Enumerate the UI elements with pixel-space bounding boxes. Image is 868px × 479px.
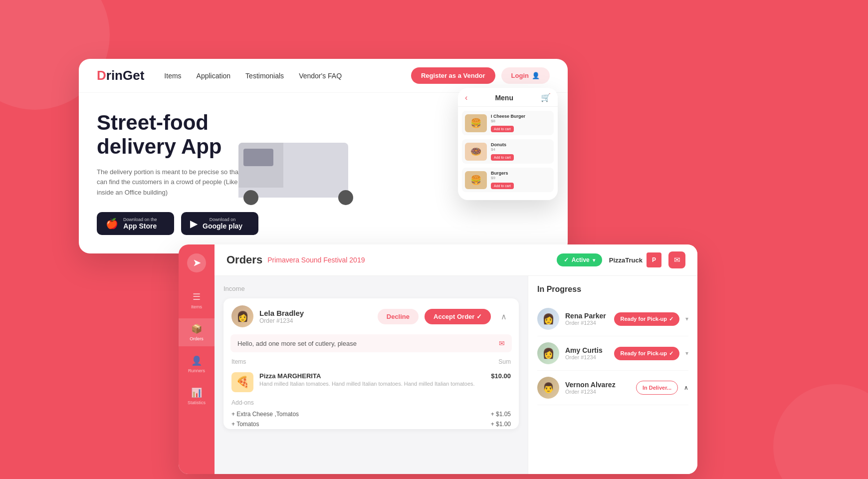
order-number: Order #1234 — [259, 317, 372, 324]
header-right: ✓ Active ▾ PizzaTruck P ✉ — [557, 251, 685, 268]
menu-item-info-3: Burgers $9 Add to cart — [491, 171, 514, 189]
addon-row-1: + Extra Cheese ,Tomatos + $1.05 — [223, 409, 519, 419]
phone-menu-title: Menu — [467, 94, 541, 102]
vendor-info: PizzaTruck P — [609, 252, 661, 267]
progress-info-3: Vernon Alvarez Order #1234 — [565, 381, 630, 395]
dashboard-card: ➤ ☰ Items 📦 Orders 👤 Runners 📊 Statistic… — [179, 244, 697, 474]
customer-avatar-img: 👩 — [231, 305, 253, 327]
orders-icon: 📦 — [191, 323, 202, 334]
statistics-label: Statistics — [188, 400, 206, 405]
googleplay-button[interactable]: ▶ Download on Google play — [181, 212, 258, 235]
ready-pickup-button-1[interactable]: Ready for Pick-up ✓ — [614, 312, 679, 326]
menu-item-info-2: Donuts $4 Add to cart — [491, 142, 514, 161]
accept-label: Accept Order ✓ — [434, 313, 482, 320]
phone-mockup: ‹ Menu 🛒 🍔 I Cheese Burger $8 Add to car… — [458, 88, 558, 200]
collapse-order-button[interactable]: ∧ — [497, 309, 511, 323]
appstore-text: Download on the App Store — [123, 217, 157, 230]
progress-name-1: Rena Parker — [565, 312, 608, 320]
pickup-check-2: ✓ — [669, 350, 673, 357]
item-price: $10.00 — [491, 372, 511, 380]
nav-testimonials[interactable]: Testimonials — [245, 72, 284, 80]
hero-section: Street-food delivery App The delivery po… — [79, 93, 568, 253]
dashboard-main: Orders Primavera Sound Festival 2019 ✓ A… — [215, 244, 697, 474]
accept-order-button[interactable]: Accept Order ✓ — [425, 309, 491, 324]
googleplay-main-text: Google play — [203, 222, 242, 230]
sidebar-logo-icon: ➤ — [193, 257, 201, 268]
customer-avatar: 👩 — [231, 305, 253, 327]
addons-header: Add-ons — [223, 396, 519, 409]
pickup-check-1: ✓ — [669, 316, 673, 322]
addon-name-1: + Extra Cheese ,Tomatos — [231, 411, 299, 418]
festival-tag: Primavera Sound Festival 2019 — [267, 256, 365, 264]
progress-order-2: Order #1234 — [565, 354, 608, 360]
order-card: 👩 Lela Bradley Order #1234 Decline Accep… — [223, 298, 519, 429]
progress-avatar-1: 👩 — [537, 308, 559, 330]
download-buttons: 🍎 Download on the App Store ▶ Download o… — [97, 212, 316, 235]
hero-title-line2: delivery App — [97, 135, 222, 158]
expand-button-2[interactable]: ▾ — [685, 350, 688, 357]
message-mail-icon: ✉ — [499, 339, 505, 347]
nav-application[interactable]: Application — [197, 72, 231, 80]
in-progress-panel: In Progress 👩 Rena Parker Order #1234 Re… — [528, 276, 697, 474]
sidebar-item-orders[interactable]: 📦 Orders — [179, 318, 215, 346]
appstore-main-text: App Store — [123, 222, 157, 230]
menu-item-price-1: $8 — [491, 119, 525, 123]
appstore-button[interactable]: 🍎 Download on the App Store — [97, 212, 174, 235]
order-card-header: 👩 Lela Bradley Order #1234 Decline Accep… — [223, 298, 519, 334]
addon-name-2: + Tomatos — [231, 421, 259, 428]
sidebar-item-statistics[interactable]: 📊 Statistics — [179, 382, 215, 410]
phone-cart-icon: 🛒 — [541, 93, 551, 102]
mail-icon[interactable]: ✉ — [668, 251, 685, 268]
collapse-button-3[interactable]: ∧ — [684, 384, 688, 391]
website-card: DrinGet Items Application Testimonials V… — [79, 59, 568, 253]
truck-illustration — [228, 108, 368, 208]
add-to-cart-button-1[interactable]: Add to cart — [491, 126, 514, 132]
progress-item-3: 👨 Vernon Alvarez Order #1234 In Deliver.… — [537, 371, 688, 405]
progress-item-1: 👩 Rena Parker Order #1234 Ready for Pick… — [537, 302, 688, 336]
phone-menu-item-2: 🍩 Donuts $4 Add to cart — [462, 139, 554, 164]
progress-avatar-img-2: 👩 — [537, 342, 559, 364]
progress-name-2: Amy Curtis — [565, 346, 608, 354]
truck-wheel-left — [243, 190, 258, 205]
nav-how-it-works[interactable]: Items — [164, 72, 181, 80]
nav-vendors-faq[interactable]: Vendor's FAQ — [299, 72, 342, 80]
add-to-cart-button-3[interactable]: Add to cart — [491, 183, 514, 189]
expand-button-1[interactable]: ▾ — [685, 315, 688, 322]
decline-button[interactable]: Decline — [378, 309, 419, 324]
menu-item-info-1: I Cheese Burger $8 Add to cart — [491, 114, 525, 132]
appstore-top-text: Download on the — [123, 217, 157, 222]
sum-column-label: Sum — [498, 358, 511, 365]
orders-label: Orders — [190, 336, 204, 341]
progress-avatar-3: 👨 — [537, 377, 559, 399]
checkmark-icon: ✓ — [564, 256, 569, 263]
vendor-avatar: P — [647, 252, 661, 267]
delivering-button-3[interactable]: In Deliver... — [636, 381, 678, 395]
active-status-badge[interactable]: ✓ Active ▾ — [557, 253, 602, 266]
apple-icon: 🍎 — [106, 218, 118, 230]
pickup-label-1: Ready for Pick-up — [620, 316, 667, 322]
add-to-cart-button-2[interactable]: Add to cart — [491, 154, 514, 161]
googleplay-top-text: Download on — [203, 217, 242, 222]
phone-menu-item-3: 🍔 Burgers $9 Add to cart — [462, 168, 554, 192]
orders-panel: Income 👩 Lela Bradley Order #1234 Declin… — [215, 276, 528, 474]
sidebar-item-items[interactable]: ☰ Items — [179, 286, 215, 314]
vendor-name: PizzaTruck — [609, 256, 643, 264]
item-name: Pizza MARGHERITA — [259, 372, 485, 380]
progress-info-2: Amy Curtis Order #1234 — [565, 346, 608, 360]
play-icon: ▶ — [190, 218, 198, 230]
status-dropdown-arrow: ▾ — [593, 257, 595, 263]
active-label: Active — [572, 256, 590, 263]
in-progress-title: In Progress — [537, 285, 688, 294]
delivering-label-3: In Deliver... — [643, 385, 671, 391]
progress-order-3: Order #1234 — [565, 389, 630, 395]
hero-title-line1: Street-food — [97, 111, 209, 134]
menu-item-price-3: $9 — [491, 176, 514, 180]
addon-price-2: + $1.00 — [491, 421, 511, 428]
menu-item-image-2: 🍩 — [465, 143, 487, 161]
progress-name-3: Vernon Alvarez — [565, 381, 630, 389]
ready-pickup-button-2[interactable]: Ready for Pick-up ✓ — [614, 347, 679, 360]
truck-cabin — [238, 143, 283, 188]
item-image: 🍕 — [231, 372, 253, 392]
customer-name: Lela Bradley — [259, 309, 372, 317]
sidebar-item-runners[interactable]: 👤 Runners — [179, 350, 215, 378]
